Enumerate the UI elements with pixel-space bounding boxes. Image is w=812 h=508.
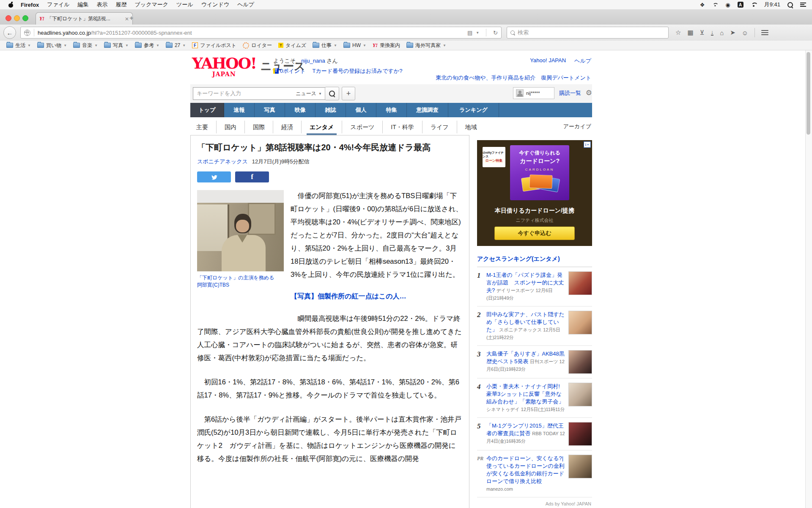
bookmark-folder-shopping[interactable]: 買い物▼: [37, 42, 67, 49]
menubar-item-tools[interactable]: ツール: [176, 1, 193, 8]
wifi-icon[interactable]: [751, 3, 757, 7]
pocket-icon[interactable]: ⊻: [700, 29, 705, 36]
menubar-item-view[interactable]: 表示: [97, 1, 108, 8]
username-link[interactable]: niju_nana: [301, 58, 325, 64]
notification-center-icon[interactable]: [800, 2, 806, 8]
ranking-link[interactable]: 今のカードローン、安くなる?|使っているカードローンの金利が安くなる低金利の銀行…: [486, 455, 565, 484]
tcard-link[interactable]: Tカード番号の登録はお済みですか?: [312, 67, 402, 75]
new-tab-button[interactable]: +: [129, 15, 133, 22]
window-scrollbar[interactable]: [805, 50, 812, 508]
home-icon[interactable]: ⌂: [720, 29, 724, 36]
ranking-thumbnail[interactable]: [568, 383, 592, 406]
tab-zasshi[interactable]: 雑誌: [315, 103, 346, 117]
add-tab-button[interactable]: +: [342, 87, 355, 100]
creative-cloud-icon[interactable]: ◉: [725, 2, 730, 8]
promo-link[interactable]: 東北の旬の食べ物や、手作り商品を紹介 復興デパートメント: [436, 75, 591, 81]
close-window-button[interactable]: [5, 15, 11, 21]
ad-apply-button[interactable]: 今すぐ申込む: [494, 226, 575, 240]
bookmark-folder-work[interactable]: 仕事▼: [313, 42, 337, 49]
menubar-item-edit[interactable]: 編集: [78, 1, 89, 8]
hello-smiley-icon[interactable]: ☺: [742, 29, 748, 36]
menubar-item-window[interactable]: ウインドウ: [201, 1, 230, 8]
subnav-entame[interactable]: エンタメ: [301, 121, 342, 133]
tab-kojin[interactable]: 個人: [346, 103, 376, 117]
help-link[interactable]: ヘルプ: [574, 57, 591, 65]
browser-search-field[interactable]: 検索: [507, 27, 669, 39]
photo-caption[interactable]: 「下町ロケット」の主演を務める阿部寛(C)TBS: [197, 274, 284, 289]
bookmark-filepost[interactable]: Fファイルポスト: [192, 42, 236, 49]
browser-tab[interactable]: Y! 「下町ロケット」第8話視... ✕: [36, 12, 133, 25]
spotlight-icon[interactable]: [787, 2, 793, 8]
subnav-chiiki[interactable]: 地域: [457, 121, 485, 133]
tab-close-icon[interactable]: ✕: [125, 16, 129, 22]
site-identity-globe-icon[interactable]: [24, 30, 30, 36]
search-scope-dropdown[interactable]: ニュース▼: [296, 90, 322, 97]
menubar-item-help[interactable]: ヘルプ: [237, 1, 254, 8]
bookmark-folder-overseas[interactable]: 海外写真家▼: [406, 42, 446, 49]
search-submit-button[interactable]: [325, 87, 339, 100]
subnav-sports[interactable]: スポーツ: [342, 121, 382, 133]
bookmark-reuters[interactable]: ロイター: [243, 42, 272, 49]
tab-sokuho[interactable]: 速報: [224, 103, 255, 117]
twitter-share-button[interactable]: [197, 171, 231, 182]
subnav-keizai[interactable]: 経済: [273, 121, 301, 133]
subnav-kokunai[interactable]: 国内: [216, 121, 244, 133]
ranking-thumbnail[interactable]: [568, 350, 592, 374]
subnav-it-science[interactable]: IT・科学: [382, 121, 422, 133]
bookmark-times[interactable]: Tタイムズ: [278, 42, 306, 49]
back-button[interactable]: ←: [3, 26, 16, 39]
article-photo[interactable]: [197, 190, 284, 271]
bookmark-transit[interactable]: Y!乗換案内: [373, 42, 400, 49]
source-link[interactable]: スポニチアネックス: [197, 158, 248, 166]
url-bar[interactable]: headlines.yahoo.co.jp/hl?a=20151207-0000…: [20, 27, 502, 39]
input-source-icon[interactable]: A: [738, 2, 743, 8]
ranking-thumbnail[interactable]: [568, 455, 592, 478]
user-account-box[interactable]: nij*****: [513, 87, 554, 99]
tab-ishikichosa[interactable]: 意識調査: [407, 103, 448, 117]
share-icon[interactable]: ➤: [730, 29, 735, 36]
zoom-window-button[interactable]: [22, 15, 28, 21]
tab-top[interactable]: トップ: [190, 103, 224, 117]
ranking-link[interactable]: 小栗・妻夫木・ナイナイ岡村!豪華3ショットに反響「意外な組み合わせ」「素敵な男子…: [486, 383, 564, 405]
ad-info-icon[interactable]: i▼: [584, 141, 591, 148]
tab-ranking[interactable]: ランキング: [448, 103, 499, 117]
apple-menu-icon[interactable]: [8, 2, 14, 8]
downloads-icon[interactable]: ↓: [711, 30, 714, 36]
bookmark-folder-photo[interactable]: 写真▼: [104, 42, 129, 49]
subnav-shuyo[interactable]: 主要: [190, 121, 216, 133]
subnav-kokusai[interactable]: 国際: [244, 121, 273, 133]
menubar-item-history[interactable]: 履歴: [116, 1, 127, 8]
bookmark-folder-hw[interactable]: HW▼: [343, 42, 366, 48]
archive-link[interactable]: アーカイブ: [563, 123, 591, 130]
scrollbar-thumb[interactable]: [807, 52, 810, 135]
keyword-search-input[interactable]: キーワードを入力 ニュース▼: [193, 87, 326, 100]
reader-dropdown-icon[interactable]: ▼: [476, 31, 479, 35]
ranking-thumbnail[interactable]: [568, 271, 592, 295]
minimize-window-button[interactable]: [14, 15, 20, 21]
tpoint-link[interactable]: 0ポイント: [273, 67, 305, 75]
subscriptions-link[interactable]: 購読一覧: [559, 89, 581, 97]
subnav-life[interactable]: ライフ: [422, 121, 457, 133]
ranking-thumbnail[interactable]: [568, 422, 592, 446]
bookmark-folder-music[interactable]: 音楽▼: [73, 42, 98, 49]
tab-eizo[interactable]: 映像: [285, 103, 315, 117]
menubar-item-firefox[interactable]: Firefox: [21, 2, 39, 8]
reader-mode-icon[interactable]: ▤: [467, 30, 472, 36]
yahoo-japan-link[interactable]: Yahoo! JAPAN: [530, 57, 566, 65]
menubar-item-bookmarks[interactable]: ブックマーク: [135, 1, 169, 8]
dropbox-icon[interactable]: ❖: [700, 2, 705, 8]
bookmark-folder-life[interactable]: 生活▼: [6, 42, 31, 49]
ranking-thumbnail[interactable]: [568, 311, 592, 334]
addon-panel-icon[interactable]: ▦: [687, 29, 693, 36]
bookmark-folder-27[interactable]: 27▼: [166, 42, 186, 48]
menubar-item-file[interactable]: ファイル: [47, 1, 69, 8]
trackpad-icon[interactable]: [713, 3, 718, 7]
ad-banner[interactable]: i▼ @niftyファイナンス ローン特集 今すぐ借りられる カードローン? C…: [477, 140, 592, 246]
bookmark-folder-reference[interactable]: 参考▼: [135, 42, 159, 49]
bookmark-star-icon[interactable]: ☆: [675, 29, 681, 36]
menubar-clock[interactable]: 月9:41: [764, 1, 780, 8]
reload-icon[interactable]: ↻: [493, 30, 498, 36]
facebook-share-button[interactable]: f: [235, 171, 269, 182]
tab-tokushu[interactable]: 特集: [376, 103, 407, 117]
menu-hamburger-icon[interactable]: [761, 29, 768, 36]
